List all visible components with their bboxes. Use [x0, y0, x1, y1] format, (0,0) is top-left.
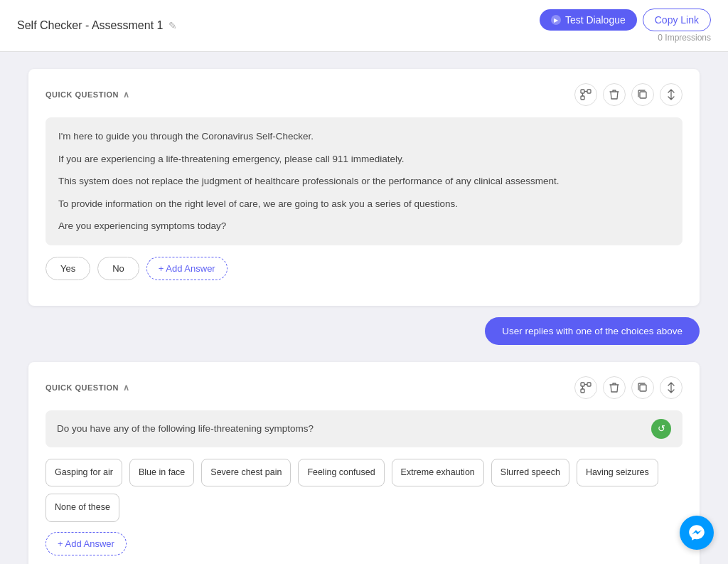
card-1-header: QUICK QUESTION ∧ — [46, 83, 682, 106]
message-line-2: If you are experiencing a life-threateni… — [58, 151, 670, 167]
answer-blue[interactable]: Blue in face — [129, 459, 194, 487]
move-icon-1 — [668, 89, 675, 100]
chevron-up-icon-1[interactable]: ∧ — [123, 90, 130, 100]
impressions-count: 0 Impressions — [658, 33, 711, 43]
chevron-up-icon-2[interactable]: ∧ — [123, 383, 130, 393]
answer-none[interactable]: None of these — [46, 494, 119, 522]
svg-rect-5 — [640, 92, 646, 98]
connect-icon-1 — [580, 89, 592, 100]
svg-rect-8 — [581, 389, 584, 393]
connect-button-2[interactable] — [574, 376, 597, 399]
card-2-question-text: Do you have any of the following life-th… — [57, 423, 314, 434]
card-1: QUICK QUESTION ∧ — [28, 69, 700, 306]
header-buttons: ▶ Test Dialogue Copy Link — [540, 9, 711, 31]
svg-rect-1 — [587, 90, 591, 93]
quick-question-label-2: QUICK QUESTION ∧ — [46, 383, 129, 393]
messenger-fab[interactable] — [680, 516, 714, 550]
user-reply-bubble-1: User replies with one of the choices abo… — [485, 317, 700, 345]
test-dialogue-label: Test Dialogue — [565, 14, 626, 26]
duplicate-icon-2 — [637, 382, 648, 393]
duplicate-button-1[interactable] — [631, 83, 654, 106]
duplicate-icon-1 — [637, 89, 648, 100]
move-button-2[interactable] — [660, 376, 682, 399]
connect-icon-2 — [580, 382, 592, 393]
svg-rect-6 — [581, 383, 584, 386]
card-1-actions — [574, 83, 682, 106]
delete-button-1[interactable] — [603, 83, 626, 106]
delete-icon-1 — [609, 89, 619, 100]
card-2-answers: Gasping for air Blue in face Severe ches… — [46, 459, 682, 522]
refresh-icon[interactable]: ↺ — [651, 419, 671, 439]
card-2-add-answer-row: + Add Answer — [46, 532, 682, 555]
header-left: Self Checker - Assessment 1 ✎ — [17, 19, 177, 32]
card-2-header: QUICK QUESTION ∧ — [46, 376, 682, 399]
connect-button-1[interactable] — [574, 83, 597, 106]
add-answer-button-1[interactable]: + Add Answer — [146, 257, 228, 280]
header: Self Checker - Assessment 1 ✎ ▶ Test Dia… — [0, 0, 728, 52]
svg-rect-7 — [587, 383, 591, 386]
messenger-icon — [687, 523, 706, 542]
svg-rect-2 — [581, 96, 584, 100]
answer-slurred-speech[interactable]: Slurred speech — [491, 459, 569, 487]
copy-link-button[interactable]: Copy Link — [643, 9, 711, 31]
card-1-message: I'm here to guide you through the Corona… — [46, 117, 682, 245]
add-answer-button-2[interactable]: + Add Answer — [46, 532, 127, 555]
answer-exhaustion[interactable]: Extreme exhaution — [392, 459, 484, 487]
answer-yes[interactable]: Yes — [46, 257, 90, 280]
page-title: Self Checker - Assessment 1 — [17, 19, 163, 32]
move-icon-2 — [668, 382, 675, 393]
message-line-1: I'm here to guide you through the Corona… — [58, 129, 670, 144]
answer-confused[interactable]: Feeling confused — [298, 459, 384, 487]
edit-icon[interactable]: ✎ — [168, 20, 177, 31]
duplicate-button-2[interactable] — [631, 376, 654, 399]
answer-gasping[interactable]: Gasping for air — [46, 459, 122, 487]
main-content: QUICK QUESTION ∧ — [0, 52, 728, 564]
card-2: QUICK QUESTION ∧ — [28, 362, 700, 564]
message-line-5: Are you experiencing symptoms today? — [58, 218, 670, 234]
message-line-4: To provide information on the right leve… — [58, 196, 670, 212]
card-1-answers: Yes No + Add Answer — [46, 257, 682, 280]
quick-question-label-1: QUICK QUESTION ∧ — [46, 90, 129, 100]
test-dialogue-button[interactable]: ▶ Test Dialogue — [540, 9, 637, 31]
svg-rect-0 — [581, 90, 584, 93]
delete-button-2[interactable] — [603, 376, 626, 399]
header-right-col: ▶ Test Dialogue Copy Link 0 Impressions — [540, 9, 711, 43]
delete-icon-2 — [609, 382, 619, 393]
answer-chest-pain[interactable]: Severe chest pain — [201, 459, 291, 487]
answer-no[interactable]: No — [97, 257, 139, 280]
svg-rect-11 — [640, 385, 646, 391]
card-2-actions — [574, 376, 682, 399]
play-icon: ▶ — [551, 15, 561, 25]
message-line-3: This system does not replace the judgmen… — [58, 174, 670, 189]
move-button-1[interactable] — [660, 83, 682, 106]
answer-seizures[interactable]: Having seizures — [577, 459, 658, 487]
user-reply-row-1: User replies with one of the choices abo… — [28, 317, 700, 345]
copy-link-label: Copy Link — [655, 14, 699, 26]
card-2-question-row: Do you have any of the following life-th… — [46, 410, 682, 447]
